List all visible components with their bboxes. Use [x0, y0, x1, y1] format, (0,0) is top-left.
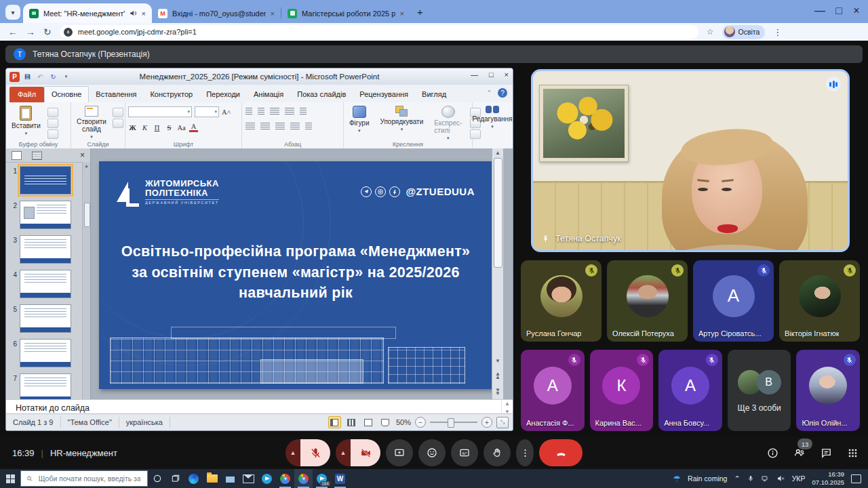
indent-icon[interactable] — [270, 108, 279, 115]
chrome-active-icon[interactable] — [294, 469, 313, 488]
main-video-tile[interactable]: Тетяна Остапчук — [531, 69, 850, 252]
strikethrough-button[interactable]: S — [165, 124, 174, 131]
ppt-minimize-button[interactable]: — — [471, 70, 478, 79]
edge-icon[interactable] — [184, 469, 203, 488]
camera-options-chevron[interactable]: ▲ — [336, 439, 351, 466]
activities-grid-button[interactable] — [847, 447, 859, 459]
slide-vertical-scrollbar[interactable]: ▲ ▼ ▲▲ ▼▼ — [492, 148, 503, 399]
bold-button[interactable]: Ж — [128, 124, 137, 131]
font-name-combo[interactable]: ▾ — [128, 106, 192, 117]
mic-permission-icon[interactable] — [64, 28, 73, 37]
mic-options-chevron[interactable]: ▲ — [285, 439, 300, 466]
reading-view-button[interactable] — [362, 416, 375, 428]
new-tab-button[interactable]: + — [417, 6, 423, 18]
layout-icon[interactable] — [113, 108, 123, 117]
scroll-up-icon[interactable]: ▲ — [492, 150, 503, 156]
window-minimize-button[interactable]: — — [811, 3, 829, 19]
status-language[interactable]: українська — [119, 417, 170, 428]
italic-button[interactable]: К — [140, 124, 149, 131]
scroll-thumb[interactable] — [494, 158, 502, 268]
underline-button[interactable]: П — [153, 124, 161, 131]
editing-button[interactable]: Редагування▾ — [475, 105, 509, 130]
taskbar-search[interactable] — [20, 470, 148, 487]
slide-thumbnail-1[interactable]: 1 — [6, 163, 90, 197]
next-slide-button[interactable]: ▼▼ — [492, 389, 503, 395]
end-call-button[interactable] — [539, 439, 583, 466]
window-close-button[interactable]: × — [848, 3, 865, 19]
slide-thumbnail-4[interactable]: 4 — [6, 266, 90, 301]
slides-tab-icon[interactable] — [12, 151, 22, 160]
fit-to-window-button[interactable]: ⤡ — [496, 417, 509, 428]
browser-tab-gmail[interactable]: M Вхідні - mo70_oyus@student.zt × — [152, 3, 281, 23]
language-indicator[interactable]: УКР — [792, 474, 806, 483]
grow-font-icon[interactable]: A˄ — [222, 108, 231, 116]
ppt-maximize-button[interactable]: □ — [489, 70, 494, 79]
tile-viktoria[interactable]: Вікторія Ігнатюк — [779, 260, 860, 342]
slideshow-button[interactable] — [379, 416, 392, 428]
taskbar-clock[interactable]: 16:39 07.10.2025 — [812, 470, 844, 487]
bullets-icon[interactable] — [245, 108, 252, 115]
tab-animations[interactable]: Анімація — [247, 87, 290, 102]
numbering-icon[interactable] — [258, 108, 264, 115]
mail-icon[interactable] — [239, 469, 258, 488]
microsoft-store-icon[interactable] — [221, 469, 239, 488]
people-button[interactable]: 13 — [793, 447, 806, 459]
tab-transitions[interactable]: Переходи — [199, 87, 247, 102]
tab-slideshow[interactable]: Показ слайдів — [290, 87, 353, 102]
network-icon[interactable] — [761, 474, 770, 483]
panel-close-icon[interactable]: × — [80, 150, 85, 160]
tab-design[interactable]: Конструктор — [143, 87, 199, 102]
line-spacing-icon[interactable] — [285, 108, 294, 115]
weather-text[interactable]: Rain coming — [688, 474, 727, 483]
forward-icon[interactable]: → — [26, 27, 35, 37]
word-icon[interactable]: W — [331, 469, 349, 488]
tray-mic-icon[interactable] — [747, 474, 754, 483]
tab-close-icon[interactable]: × — [400, 9, 404, 18]
format-painter-icon[interactable] — [47, 129, 58, 139]
normal-view-button[interactable] — [328, 416, 341, 428]
tile-karina[interactable]: К Карина Вас... — [590, 350, 654, 431]
mic-control[interactable]: ▲ — [285, 439, 330, 466]
tile-oleksii[interactable]: Олексій Потеруха — [607, 260, 688, 342]
raise-hand-button[interactable] — [484, 439, 511, 466]
action-center-icon[interactable] — [851, 474, 861, 483]
align-right-icon[interactable] — [275, 123, 285, 129]
reactions-button[interactable] — [418, 439, 446, 466]
tab-close-icon[interactable]: × — [271, 9, 275, 18]
chat-button[interactable] — [821, 447, 832, 459]
quick-styles-button[interactable]: Експрес-стилі▾ — [431, 105, 465, 142]
slide-thumbnail-2[interactable]: 2 — [6, 197, 90, 232]
ppt-close-button[interactable]: × — [505, 70, 509, 79]
tile-more-people[interactable]: B Ще 3 особи — [728, 350, 791, 431]
browser-tab-sheets[interactable]: Магістерські роботи 2025 роз × — [281, 3, 410, 23]
reload-icon[interactable]: ↻ — [43, 27, 52, 37]
profile-chip[interactable]: Освіта — [722, 25, 766, 39]
align-left-icon[interactable] — [245, 123, 255, 129]
back-icon[interactable]: ← — [8, 27, 18, 37]
file-explorer-icon[interactable] — [203, 469, 221, 488]
tab-file[interactable]: Файл — [9, 87, 44, 102]
shapes-button[interactable]: Фігури▾ — [347, 105, 372, 134]
slide-thumbnail-6[interactable]: 6 — [6, 336, 90, 370]
zoom-slider[interactable] — [430, 422, 477, 423]
telegram-unread-icon[interactable]: 164 — [313, 469, 331, 488]
more-options-button[interactable] — [516, 439, 534, 466]
browser-menu-icon[interactable]: ⋮ — [773, 27, 782, 37]
tile-anna[interactable]: А Анна Бовсу... — [658, 350, 722, 431]
weather-icon[interactable]: ☂ — [673, 474, 681, 484]
change-case-button[interactable]: Аа — [177, 124, 186, 131]
tab-audio-icon[interactable] — [130, 9, 137, 17]
paste-button[interactable]: Вставити▾ — [9, 105, 43, 140]
font-size-combo[interactable]: ▾ — [195, 106, 219, 117]
ribbon-collapse-icon[interactable]: ⌃ — [486, 89, 492, 96]
start-button[interactable] — [0, 469, 20, 488]
chrome-icon[interactable] — [276, 469, 294, 488]
tile-yulia[interactable]: Юлія Олійн... — [796, 350, 860, 431]
tab-close-icon[interactable]: × — [142, 9, 146, 18]
address-bar[interactable]: meet.google.com/jpj-cdmr-zra?pli=1 — [60, 25, 698, 39]
tab-review[interactable]: Рецензування — [353, 87, 415, 102]
scroll-down-icon[interactable]: ▼ — [492, 358, 503, 364]
task-view-icon[interactable] — [166, 469, 184, 488]
align-center-icon[interactable] — [260, 123, 270, 129]
present-button[interactable] — [386, 439, 413, 466]
